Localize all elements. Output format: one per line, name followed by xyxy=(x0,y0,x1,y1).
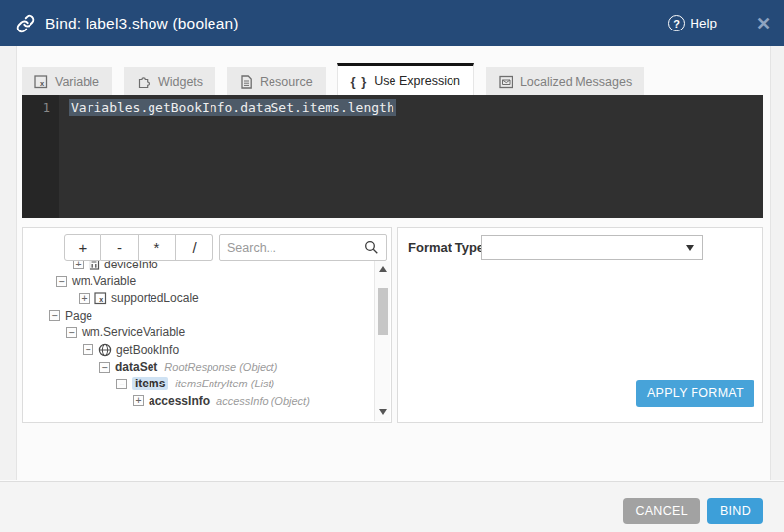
collapse-icon[interactable]: − xyxy=(99,362,110,373)
help-button[interactable]: ? Help xyxy=(668,0,717,46)
tree-row-page[interactable]: − Page xyxy=(24,307,373,324)
scrollbar-thumb[interactable] xyxy=(378,288,388,335)
localized-messages-icon xyxy=(499,75,513,89)
expression-code-input[interactable]: Variables.getBookInfo.dataSet.items.leng… xyxy=(59,95,763,218)
tree-node-label: accessInfo xyxy=(149,394,210,408)
selected-expression-text: Variables.getBookInfo.dataSet.items.leng… xyxy=(69,99,396,116)
minus-operator-button[interactable]: - xyxy=(101,234,139,261)
left-page-gutter xyxy=(0,46,17,480)
cancel-button[interactable]: CANCEL xyxy=(623,498,700,524)
collapse-icon[interactable]: − xyxy=(49,310,60,321)
dialog-title: Bind: label3.show (boolean) xyxy=(45,15,239,32)
tree-node-type: RootResponse (Object) xyxy=(164,361,277,373)
search-icon xyxy=(364,240,379,255)
collapse-icon[interactable]: − xyxy=(116,379,127,389)
tree-row-accessinfo[interactable]: + accessInfo accessInfo (Object) xyxy=(24,392,373,409)
tab-label: Variable xyxy=(55,75,99,89)
variable-tree: + deviceInfo − wm.Variable + x supported… xyxy=(24,261,373,421)
tree-row-items-selected[interactable]: − items itemsEntryItem (List) xyxy=(24,376,373,392)
svg-text:x: x xyxy=(40,79,45,88)
tab-widgets[interactable]: Widgets xyxy=(124,67,215,95)
tree-search-box xyxy=(219,234,387,261)
tab-label: Resource xyxy=(260,75,313,89)
dialog-footer: CANCEL BIND xyxy=(0,481,784,532)
selected-tree-node-label: items xyxy=(132,377,168,390)
scroll-up-icon[interactable] xyxy=(375,263,390,276)
variable-tree-panel: + - * / + deviceInfo − xyxy=(22,227,392,423)
braces-icon: { } xyxy=(351,74,368,89)
tree-node-label: wm.Variable xyxy=(72,274,136,288)
tree-node-label: dataSet xyxy=(115,360,157,374)
apply-format-button[interactable]: APPLY FORMAT xyxy=(636,380,754,407)
format-type-select[interactable] xyxy=(481,235,703,260)
tree-row-wm-variable[interactable]: − wm.Variable xyxy=(24,272,373,289)
widgets-icon xyxy=(137,74,151,89)
tab-label: Use Expression xyxy=(374,74,460,88)
variable-icon: x xyxy=(94,292,107,305)
globe-icon xyxy=(98,343,112,357)
tree-row-wm-servicevariable[interactable]: − wm.ServiceVariable xyxy=(24,325,373,341)
bind-button[interactable]: BIND xyxy=(707,498,763,524)
variable-icon: x xyxy=(34,75,48,89)
expand-icon[interactable]: + xyxy=(79,293,90,304)
divide-operator-button[interactable]: / xyxy=(176,234,213,261)
tree-node-type: accessInfo (Object) xyxy=(216,395,310,407)
tree-row-deviceinfo[interactable]: + deviceInfo xyxy=(24,261,373,272)
help-label: Help xyxy=(690,16,717,30)
tab-variable[interactable]: x Variable xyxy=(22,67,112,95)
format-type-label: Format Type xyxy=(408,240,484,255)
expand-icon[interactable]: + xyxy=(73,261,84,269)
tab-label: Localized Messages xyxy=(520,75,632,89)
close-icon[interactable]: ✕ xyxy=(756,0,771,46)
tree-row-supportedlocale[interactable]: + x supportedLocale xyxy=(24,290,373,307)
collapse-icon[interactable]: − xyxy=(66,327,77,338)
bind-dialog: Bind: label3.show (boolean) ? Help ✕ x V… xyxy=(0,0,784,532)
tab-localized-messages[interactable]: Localized Messages xyxy=(486,67,644,95)
tree-node-label: deviceInfo xyxy=(104,261,158,271)
editor-line-number: 1 xyxy=(22,95,59,218)
scroll-down-icon[interactable] xyxy=(375,405,390,419)
dialog-titlebar: Bind: label3.show (boolean) ? Help ✕ xyxy=(0,0,784,46)
tree-node-label: supportedLocale xyxy=(111,291,199,305)
collapse-icon[interactable]: − xyxy=(83,344,93,355)
expand-icon[interactable]: + xyxy=(133,395,144,406)
resource-icon xyxy=(240,75,253,89)
svg-text:x: x xyxy=(99,296,103,303)
tree-row-dataset[interactable]: − dataSet RootResponse (Object) xyxy=(24,358,373,375)
tree-node-label: Page xyxy=(65,309,92,323)
operator-button-group: + - * / xyxy=(64,234,213,261)
tree-node-type: itemsEntryItem (List) xyxy=(175,378,274,389)
tree-node-label: wm.ServiceVariable xyxy=(82,325,185,339)
tree-scrollbar[interactable] xyxy=(374,261,390,421)
format-panel: Format Type APPLY FORMAT xyxy=(397,227,763,423)
tab-use-expression[interactable]: { } Use Expression xyxy=(337,63,474,95)
tab-resource[interactable]: Resource xyxy=(227,67,326,95)
search-input[interactable] xyxy=(227,241,364,255)
multiply-operator-button[interactable]: * xyxy=(139,234,176,261)
device-icon xyxy=(89,261,100,270)
tab-label: Widgets xyxy=(158,75,203,89)
bind-tabs: x Variable Widgets Resource { } Use Expr… xyxy=(22,63,644,95)
help-icon: ? xyxy=(668,15,685,31)
plus-operator-button[interactable]: + xyxy=(64,234,101,261)
collapse-icon[interactable]: − xyxy=(56,276,67,287)
expression-editor: 1 Variables.getBookInfo.dataSet.items.le… xyxy=(22,95,763,218)
link-icon xyxy=(16,14,35,33)
tree-row-getbookinfo[interactable]: − getBookInfo xyxy=(24,341,373,358)
right-page-gutter xyxy=(770,46,784,480)
caret-down-icon xyxy=(686,245,694,251)
tree-node-label: getBookInfo xyxy=(116,343,179,357)
